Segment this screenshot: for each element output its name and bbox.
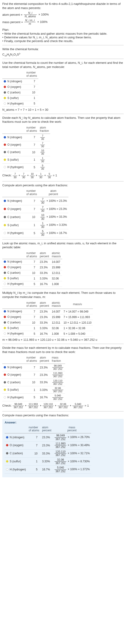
fraction-numerator: 32.06: [54, 458, 66, 462]
atom-count: 7: [25, 265, 38, 270]
atom-percent-value: 23.3%: [38, 314, 50, 320]
plus-sign: +: [69, 404, 72, 407]
element-label: S (sulfur): [8, 388, 19, 391]
mass-percent-fraction: N_i m_i m: [24, 19, 36, 26]
fraction-denominator: 30: [40, 209, 45, 212]
table-row: H (hydrogen)516.7%5.040367.252 × 100% = …: [4, 466, 91, 474]
element-label: S (sulfur): [8, 224, 19, 227]
table-row: C (carbon)1033.3%12.01110 × 12.011 = 120…: [2, 320, 93, 326]
table-row: O (oxygen)723.3%111.993367.252 × 100% = …: [4, 442, 91, 450]
table-row: N (nitrogen)723.3%98.049367.252: [2, 364, 65, 371]
col-number-of-atoms: numberof atoms: [25, 300, 38, 309]
fraction-denominator: 367.252: [52, 375, 63, 378]
element-dot-icon: [4, 260, 6, 263]
fraction-numerator: 7: [40, 206, 45, 209]
atom-count: 1: [25, 386, 38, 394]
fraction-denominator: 367.252: [54, 438, 66, 441]
table-row: S (sulfur)1130 × 100% = 3.33%: [2, 221, 68, 229]
fraction-numerator: 120.110: [42, 403, 54, 406]
fraction-numerator: 10: [40, 149, 45, 152]
table-row: S (sulfur)1: [2, 95, 38, 101]
element-dot-icon: [4, 136, 6, 138]
col-mass-fraction: massfraction: [50, 355, 65, 364]
fraction-denominator: 30: [40, 233, 45, 236]
hdr-line: atom: [40, 190, 67, 193]
intro-text: Find the elemental composition for 6-nit…: [2, 2, 124, 10]
atomic-mass-value: 14.007: [50, 309, 62, 314]
atom-percent-table: numberof atoms atompercent N (nitrogen)7…: [2, 188, 68, 238]
fraction-denominator: 30: [30, 176, 34, 179]
equals-one: = 1: [84, 404, 89, 407]
col-mass-u: mass/u: [62, 300, 93, 309]
element-label: C (carbon): [8, 150, 20, 154]
atom-count: 7: [25, 205, 38, 213]
table-row: H (hydrogen)516.7%1.0085 × 1.008 = 5.040: [2, 331, 93, 336]
element-dot-icon: [4, 388, 6, 391]
fraction-numerator: 5: [40, 230, 45, 233]
element-label: N (nitrogen): [8, 80, 22, 83]
table-row: C (carbon)1033.3%120.110367.252: [2, 379, 65, 386]
plus-sign: +: [18, 174, 21, 177]
mass-percent-formula: mass percent = N_i m_i m × 100%: [2, 19, 124, 26]
fraction-numerator: 7: [13, 172, 17, 176]
fraction-denominator: 367.252: [52, 368, 63, 370]
hdr-line: atom: [40, 252, 49, 255]
element-dot-icon: [4, 216, 6, 218]
fraction-numerator: 1: [40, 222, 45, 225]
hdr-line: atom: [40, 126, 49, 130]
percent-result: × 100% = 1.372%: [67, 468, 90, 471]
atom-count: 10: [25, 270, 38, 276]
element-label: S (sulfur): [8, 158, 19, 161]
col-atom-percent: atompercent: [38, 355, 50, 364]
element-dot-icon: [4, 272, 6, 274]
answer-box: Answer: numberof atoms atompercent massp…: [2, 419, 124, 478]
element-dot-icon: [4, 321, 6, 324]
plan-item: • Determine values for N_i, m_i, N_atoms…: [2, 36, 124, 39]
plus-sign: +: [44, 174, 47, 177]
col-number-of-atoms: numberof atoms: [27, 425, 41, 434]
answer-title: Answer:: [4, 421, 122, 424]
atom-count-table: number of atoms N (nitrogen)7 O (oxygen)…: [2, 70, 38, 106]
fraction-denominator: 367.252: [13, 406, 24, 409]
atom-count: 1: [25, 156, 38, 164]
fraction-denominator: 367.252: [54, 454, 66, 457]
table-row: H (hydrogen)516.7%1.008: [2, 281, 62, 287]
divider: [2, 239, 124, 240]
divider: [2, 289, 124, 289]
col-atomic-mass: atomicmass/u: [50, 251, 62, 259]
fraction-denominator: 30: [40, 145, 45, 148]
fraction-denominator: N_atoms: [24, 15, 37, 18]
element-label: O (oxygen): [10, 444, 23, 447]
hdr-line: percent: [42, 429, 51, 432]
atom-percent-value: 23.3%: [41, 442, 53, 450]
atom-count: 10: [25, 149, 38, 156]
mass-frac-intro: Divide the mass for each element by m to…: [2, 346, 124, 354]
check-label: Check:: [2, 174, 12, 177]
fraction: 120.110367.252: [52, 379, 63, 386]
plan-title: Plan:: [2, 28, 124, 32]
hdr-line: mass/u: [52, 304, 61, 308]
table-row: S (sulfur)13.33%32.06367.252 × 100% = 8.…: [4, 458, 91, 466]
percent-result: × 100% = 33.3%: [46, 216, 67, 219]
atom-percent-value: 33.3%: [38, 320, 50, 326]
hdr-line: of atoms: [26, 360, 37, 363]
fraction-denominator: 367.252: [52, 390, 63, 393]
atom-count: 5: [25, 281, 38, 287]
col-atom-percent: atompercent: [38, 300, 50, 309]
col-atom-percent: atompercent: [38, 251, 50, 259]
atom-count: 10: [25, 320, 38, 326]
table-row: O (oxygen)723.3%15.999: [2, 265, 62, 270]
hdr-line: fraction: [40, 130, 49, 133]
element-dot-icon: [6, 460, 8, 462]
element-label: H (hydrogen): [10, 468, 26, 471]
atom-count: 7: [25, 309, 38, 314]
col-mass-percent: masspercent: [53, 425, 91, 434]
atomic-mass-value: 12.011: [50, 270, 62, 276]
count-intro: Use the chemical formula to count the nu…: [2, 61, 124, 69]
fraction-denominator: 30: [47, 176, 52, 179]
element-dot-icon: [4, 86, 6, 88]
element-dot-icon: [6, 468, 8, 471]
element-label: H (hydrogen): [8, 282, 24, 286]
hdr-line: atom: [40, 356, 49, 360]
table-row: O (oxygen)723.3%111.993367.252: [2, 371, 65, 379]
